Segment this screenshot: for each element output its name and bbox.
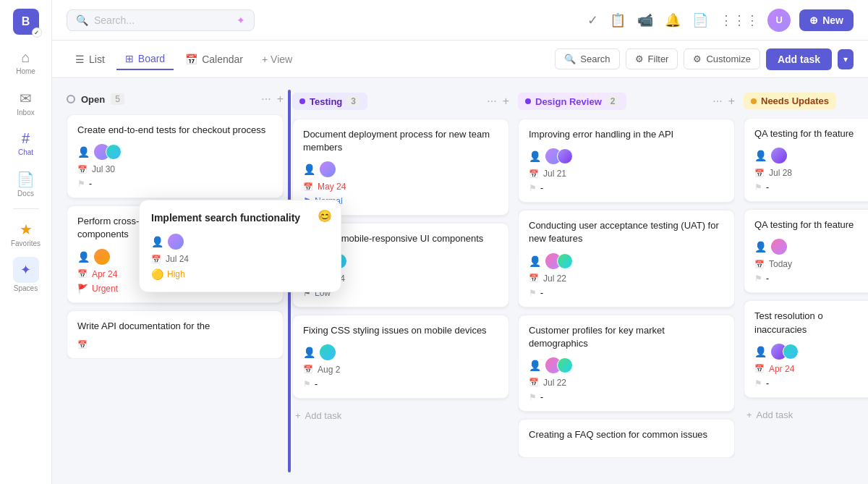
add-task-chevron[interactable]: ▾ — [838, 49, 854, 69]
card-d1-avatars: 👤 — [529, 148, 724, 164]
assign-icon: 👤 — [303, 164, 315, 175]
testing-tag: Testing 3 — [292, 93, 367, 110]
col-testing-title: Testing — [310, 96, 342, 107]
checkmark-icon[interactable]: ✓ — [587, 12, 598, 28]
card-n1-avatars: 👤 — [754, 148, 868, 164]
add-task-testing[interactable]: + Add task — [292, 406, 509, 425]
card-d1-meta: 👤 📅 Jul 21 ⚑ - — [529, 148, 724, 193]
card-d2[interactable]: Conducting user acceptance testing (UAT)… — [518, 210, 735, 307]
col-design-body: Improving error handling in the API 👤 📅 … — [518, 119, 735, 458]
col-design-count: 2 — [606, 95, 620, 107]
sidebar-item-favorites[interactable]: ★ Favorites — [7, 215, 45, 252]
avatar — [557, 357, 573, 373]
new-button[interactable]: ⊕ New — [799, 9, 854, 31]
plus-icon: ⊕ — [809, 14, 818, 26]
col-design-add[interactable]: + — [728, 95, 735, 108]
avatar — [557, 253, 573, 269]
column-open-header: Open 5 ··· + — [67, 90, 284, 109]
card-d4[interactable]: Creating a FAQ section for common issues — [518, 419, 735, 458]
filter-icon: ⚙ — [635, 54, 644, 64]
card-n1[interactable]: QA testing for th feature 👤 📅 Jul 28 — [744, 118, 868, 202]
assign-icon: 👤 — [754, 346, 767, 357]
assign-icon: 👤 — [151, 236, 163, 247]
card-n1-title: QA testing for th feature — [754, 127, 868, 140]
assign-icon: 👤 — [77, 146, 90, 158]
card-c1[interactable]: Create end-to-end tests for checkout pro… — [67, 114, 284, 198]
avatar-group — [545, 253, 573, 269]
grid-icon[interactable]: ⋮⋮⋮ — [720, 12, 759, 28]
col-needs-body: QA testing for th feature 👤 📅 Jul 28 — [744, 118, 868, 425]
video-icon[interactable]: 📹 — [637, 12, 653, 28]
add-task-needs[interactable]: + Add task — [744, 405, 868, 425]
card-d2-avatars: 👤 — [529, 253, 724, 269]
card-c3[interactable]: Write API documentation for the 📅 — [67, 310, 284, 359]
search-input[interactable]: 🔍 Search... ✦ — [67, 9, 255, 31]
column-design-header: Design Review 2 ··· + — [518, 90, 735, 113]
sidebar-item-docs[interactable]: 📄 Docs — [7, 165, 45, 203]
col-open-add[interactable]: + — [277, 93, 284, 106]
workspace-avatar[interactable]: B ✓ — [13, 9, 39, 35]
card-n2-avatars: 👤 — [754, 239, 868, 255]
card-n1-meta: 👤 📅 Jul 28 ⚑ - — [754, 148, 868, 192]
bell-icon[interactable]: 🔔 — [665, 12, 681, 28]
col-testing-more[interactable]: ··· — [487, 95, 496, 108]
floating-card-search[interactable]: 😊 Implement search functionality 👤 📅 Jul… — [139, 200, 341, 292]
tab-calendar[interactable]: 📅 Calendar — [176, 49, 252, 69]
file-icon[interactable]: 📄 — [692, 12, 708, 28]
sidebar-item-spaces[interactable]: ✦ Spaces — [7, 255, 45, 293]
col-open-more[interactable]: ··· — [261, 93, 271, 106]
avatar-group — [771, 344, 799, 360]
card-t1-title: Document deployment process for new team… — [303, 128, 498, 154]
card-n3[interactable]: Test resolution o inaccuracies 👤 📅 Apr 2… — [744, 300, 868, 397]
calendar-small-icon: 📅 — [303, 182, 313, 192]
subheader-right: 🔍 Search ⚙ Filter ⚙ Customize Add task ▾ — [555, 48, 854, 70]
tab-list[interactable]: ☰ List — [67, 49, 114, 69]
card-c1-date: 📅 Jul 30 — [77, 164, 273, 174]
avatar-group — [94, 144, 122, 160]
docs-icon: 📄 — [17, 171, 35, 188]
search-button[interactable]: 🔍 Search — [555, 48, 619, 69]
column-needs: Needs Updates QA testing for th feature … — [744, 90, 868, 472]
filter-button[interactable]: ⚙ Filter — [626, 48, 678, 69]
card-d4-title: Creating a FAQ section for common issues — [529, 428, 724, 441]
spaces-icon: ✦ — [13, 257, 39, 283]
calendar-small-icon: 📅 — [754, 260, 765, 269]
add-task-button[interactable]: Add task — [766, 48, 832, 70]
card-d2-date: 📅 Jul 22 — [529, 273, 724, 284]
floating-card-emoji[interactable]: 😊 — [318, 209, 332, 223]
avatar-group — [94, 249, 110, 265]
user-avatar[interactable]: U — [767, 9, 791, 32]
col-open-count: 5 — [111, 93, 124, 105]
card-d3[interactable]: Customer profiles for key market demogra… — [518, 315, 735, 412]
search-icon: 🔍 — [76, 14, 88, 26]
add-view-button[interactable]: + View — [255, 49, 299, 69]
card-n2[interactable]: QA testing for th feature 👤 📅 Today — [744, 209, 868, 293]
col-testing-add[interactable]: + — [503, 95, 509, 108]
avatar-group — [320, 161, 336, 177]
sidebar-item-home[interactable]: ⌂ Home — [7, 43, 45, 81]
calendar-small-icon: 📅 — [77, 165, 88, 174]
sidebar-item-chat[interactable]: # Chat — [7, 124, 45, 162]
flag-icon: ⚑ — [754, 378, 762, 389]
sidebar-item-inbox[interactable]: ✉ Inbox — [7, 84, 45, 122]
card-d3-avatars: 👤 — [529, 357, 724, 373]
avatar — [94, 249, 110, 265]
avatar — [320, 161, 336, 177]
col-design-more[interactable]: ··· — [712, 95, 722, 108]
card-d3-meta: 👤 📅 Jul 22 ⚑ - — [529, 357, 724, 402]
design-dot — [525, 98, 531, 104]
tab-board[interactable]: ⊞ Board — [116, 48, 174, 70]
topbar: 🔍 Search... ✦ ✓ 📋 📹 🔔 📄 ⋮⋮⋮ U ⊕ New — [52, 0, 868, 41]
customize-button[interactable]: ⚙ Customize — [684, 48, 760, 69]
document-icon[interactable]: 📋 — [610, 12, 626, 28]
card-t3-priority: ⚑ - — [303, 379, 498, 389]
calendar-small-icon: 📅 — [151, 255, 161, 264]
card-t3[interactable]: Fixing CSS styling issues on mobile devi… — [292, 315, 509, 399]
floating-card-priority: 🟡 High — [151, 268, 329, 280]
card-d1-date: 📅 Jul 21 — [529, 169, 724, 179]
avatar — [168, 234, 184, 250]
card-d1[interactable]: Improving error handling in the API 👤 📅 … — [518, 119, 735, 203]
assign-icon: 👤 — [529, 150, 541, 162]
flag-icon: ⚑ — [529, 183, 537, 193]
assign-icon: 👤 — [529, 360, 541, 371]
